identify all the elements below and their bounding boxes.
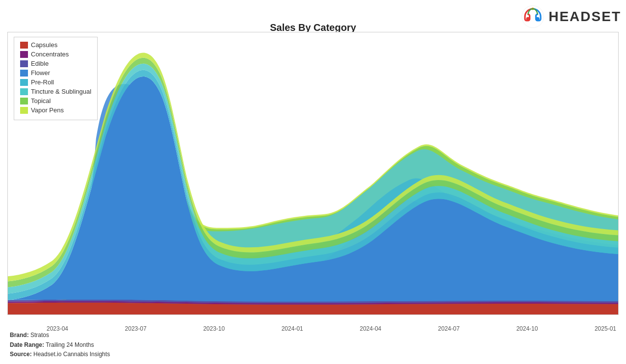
legend-color-flower	[20, 70, 28, 77]
footer-info: Brand: Stratos Date Range: Trailing 24 M…	[10, 331, 110, 359]
legend-label-topical: Topical	[31, 97, 51, 104]
x-label-1: 2023-07	[125, 325, 147, 332]
brand-line: Brand: Stratos	[10, 331, 110, 340]
legend-color-capsules	[20, 42, 28, 49]
date-range-line: Date Range: Trailing 24 Months	[10, 340, 110, 350]
page-container: HEADSET Sales By Category	[0, 0, 626, 364]
legend-color-pre-roll	[20, 79, 28, 86]
legend-label-pre-roll: Pre-Roll	[31, 78, 54, 86]
legend-label-capsules: Capsules	[31, 41, 57, 49]
legend-item-flower: Flower	[20, 69, 91, 77]
chart-area	[7, 32, 619, 315]
x-label-6: 2024-10	[516, 325, 538, 332]
legend-item-edible: Edible	[20, 60, 91, 67]
legend-color-topical	[20, 98, 28, 104]
legend-item-tincture: Tincture & Sublingual	[20, 88, 91, 95]
legend-label-concentrates: Concentrates	[31, 51, 69, 58]
x-label-5: 2024-07	[438, 325, 460, 332]
legend-label-flower: Flower	[31, 69, 50, 77]
legend-item-topical: Topical	[20, 97, 91, 104]
svg-point-1	[526, 17, 530, 21]
legend-color-tincture	[20, 88, 28, 95]
brand-label: Brand:	[10, 332, 29, 338]
x-label-3: 2024-01	[282, 325, 303, 332]
legend-item-capsules: Capsules	[20, 41, 91, 49]
svg-point-2	[536, 17, 540, 21]
date-range-value: Trailing 24 Months	[46, 341, 94, 348]
source-label: Source:	[10, 351, 32, 358]
chart-svg-main	[8, 32, 618, 314]
source-line: Source: Headset.io Cannabis Insights	[10, 350, 110, 359]
x-label-4: 2024-04	[360, 325, 381, 332]
legend-color-concentrates	[20, 51, 28, 58]
date-range-label: Date Range:	[10, 341, 44, 348]
brand-value: Stratos	[30, 332, 49, 338]
legend-label-vapor-pens: Vapor Pens	[31, 106, 64, 114]
legend-color-vapor-pens	[20, 107, 28, 114]
legend-color-edible	[20, 60, 28, 67]
legend-label-edible: Edible	[31, 60, 49, 67]
legend-item-vapor-pens: Vapor Pens	[20, 106, 91, 114]
legend-item-concentrates: Concentrates	[20, 51, 91, 58]
x-label-7: 2025-01	[595, 325, 616, 332]
legend: Capsules Concentrates Edible Flower Pre-…	[14, 37, 98, 120]
source-value: Headset.io Cannabis Insights	[33, 351, 110, 358]
legend-item-pre-roll: Pre-Roll	[20, 78, 91, 86]
legend-label-tincture: Tincture & Sublingual	[31, 88, 91, 95]
x-label-2: 2023-10	[203, 325, 225, 332]
